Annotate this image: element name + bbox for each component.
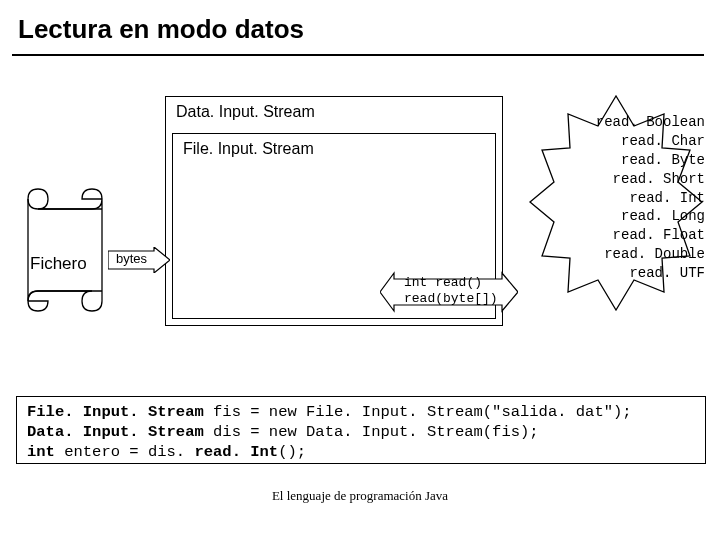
method-item: read. Boolean [570, 113, 705, 132]
bytes-label: bytes [116, 251, 147, 266]
data-methods-list: read. Boolean read. Char read. Byte read… [570, 113, 705, 283]
method-item: read. Char [570, 132, 705, 151]
method-item: read. Double [570, 245, 705, 264]
fileinputstream-label: File. Input. Stream [183, 140, 314, 158]
method-item: read. Byte [570, 151, 705, 170]
datainputstream-label: Data. Input. Stream [176, 103, 315, 121]
footer-text: El lenguaje de programación Java [0, 488, 720, 504]
method-item: read. Long [570, 207, 705, 226]
code-example-box: File. Input. Stream fis = new File. Inpu… [16, 396, 706, 464]
read-methods-text: int read() read(byte[]) [404, 275, 498, 308]
method-item: read. UTF [570, 264, 705, 283]
code-line: File. Input. Stream fis = new File. Inpu… [27, 402, 695, 422]
code-line: Data. Input. Stream dis = new Data. Inpu… [27, 422, 695, 442]
code-line: int entero = dis. read. Int(); [27, 442, 695, 462]
title-rule [12, 54, 704, 56]
method-item: read. Float [570, 226, 705, 245]
method-item: read. Int [570, 189, 705, 208]
method-item: read. Short [570, 170, 705, 189]
fichero-label: Fichero [30, 254, 87, 274]
page-title: Lectura en modo datos [18, 14, 304, 45]
